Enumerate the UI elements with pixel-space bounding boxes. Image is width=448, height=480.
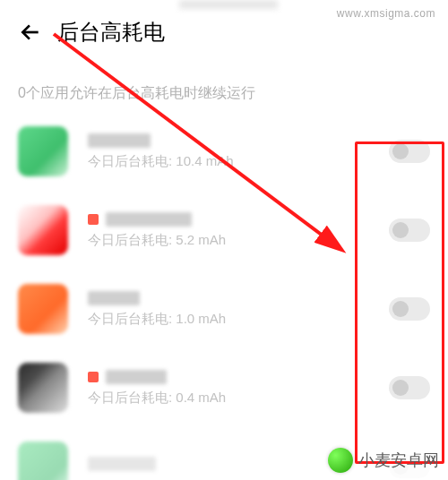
app-name-redacted xyxy=(88,133,151,148)
app-toggle[interactable] xyxy=(389,140,430,163)
consumption-label: 今日后台耗电: xyxy=(88,232,176,247)
app-info: 今日后台耗电: 5.2 mAh xyxy=(88,212,369,249)
app-icon xyxy=(18,126,68,176)
app-icon xyxy=(18,441,68,480)
app-name-redacted xyxy=(88,457,156,471)
app-list: 今日后台耗电: 10.4 mAh 今日后台耗电: 5.2 mAh 今日后台耗电:… xyxy=(0,112,448,480)
app-toggle[interactable] xyxy=(389,297,430,321)
watermark-top: www.xmsigma.com xyxy=(337,7,435,20)
arrow-left-icon xyxy=(19,21,42,44)
app-icon xyxy=(18,284,68,334)
consumption-label: 今日后台耗电: xyxy=(88,311,176,326)
app-info xyxy=(88,457,369,476)
app-row: 今日后台耗电: 0.4 mAh xyxy=(0,348,448,427)
app-consumption: 今日后台耗电: 1.0 mAh xyxy=(88,311,369,328)
consumption-value: 1.0 mAh xyxy=(176,311,226,326)
app-toggle[interactable] xyxy=(389,376,430,399)
back-button[interactable] xyxy=(18,20,43,45)
app-consumption: 今日后台耗电: 5.2 mAh xyxy=(88,232,369,249)
app-icon xyxy=(18,205,68,255)
app-row: 今日后台耗电: 10.4 mAh xyxy=(0,112,448,191)
watermark-text: 小麦安卓网 xyxy=(358,450,439,471)
app-info: 今日后台耗电: 1.0 mAh xyxy=(88,291,369,328)
app-consumption: 今日后台耗电: 10.4 mAh xyxy=(88,153,369,170)
app-row: 今日后台耗电: 5.2 mAh xyxy=(0,191,448,270)
app-badge xyxy=(88,372,99,382)
app-info: 今日后台耗电: 0.4 mAh xyxy=(88,370,369,407)
app-info: 今日后台耗电: 10.4 mAh xyxy=(88,133,369,170)
app-badge xyxy=(88,214,99,225)
app-name-row xyxy=(88,212,369,227)
consumption-label: 今日后台耗电: xyxy=(88,153,176,168)
app-name-row xyxy=(88,133,369,148)
app-consumption: 今日后台耗电: 0.4 mAh xyxy=(88,390,369,407)
page-title: 后台高耗电 xyxy=(57,18,165,47)
app-name-redacted xyxy=(88,291,140,305)
app-name-redacted xyxy=(106,370,167,384)
app-name-row xyxy=(88,370,369,384)
consumption-value: 10.4 mAh xyxy=(176,153,233,168)
consumption-value: 5.2 mAh xyxy=(176,232,226,247)
page-subtitle: 0个应用允许在后台高耗电时继续运行 xyxy=(0,64,448,112)
app-row: 今日后台耗电: 1.0 mAh xyxy=(0,270,448,348)
status-bar-blur xyxy=(179,0,278,9)
app-name-row xyxy=(88,457,369,471)
app-name-redacted xyxy=(106,212,192,227)
consumption-label: 今日后台耗电: xyxy=(88,390,176,405)
watermark-logo-icon xyxy=(328,448,353,473)
app-icon xyxy=(18,363,68,413)
app-name-row xyxy=(88,291,369,305)
watermark-bottom: 小麦安卓网 xyxy=(328,448,439,473)
consumption-value: 0.4 mAh xyxy=(176,390,226,405)
app-toggle[interactable] xyxy=(389,219,430,242)
